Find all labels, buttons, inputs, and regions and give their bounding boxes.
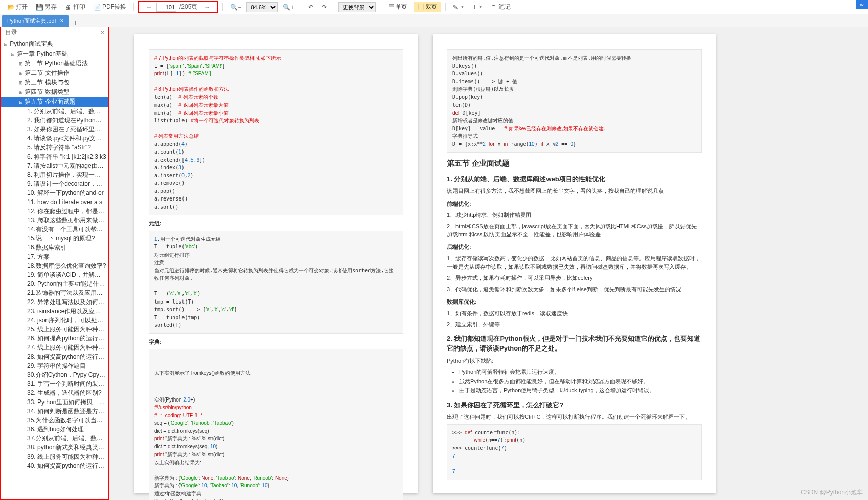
toc-item[interactable]: 18.数据库怎么优化查询效率? bbox=[1, 261, 108, 270]
list-item: 虽然Python在很多方面都性能良好，但在移动计算和浏览器方面表现不够好。 bbox=[459, 377, 702, 386]
paragraph: Python有以下缺陷: bbox=[447, 357, 702, 365]
toc-item[interactable]: 23. isinstance作用以及应用场 bbox=[1, 307, 108, 316]
toc-item[interactable]: 5. 请反转字符串 "aStr"? bbox=[1, 143, 108, 152]
toc-item[interactable]: 36. 遇到bug如何处理 bbox=[1, 425, 108, 434]
watermark: CSDN @Python小炮车 bbox=[801, 488, 863, 497]
toc-item[interactable]: 28. 如何提高python的运行效率 bbox=[1, 352, 108, 361]
toc-section[interactable]: ⊞ 第二节 文件操作 bbox=[1, 68, 108, 78]
single-page-button[interactable]: ▤ 单页 bbox=[384, 2, 412, 12]
toc-item[interactable]: 35.为什么函数名字可以当做参 bbox=[1, 416, 108, 425]
toc-item[interactable]: 2. 我们都知道现在Python很火 bbox=[1, 116, 108, 125]
code-block: 列出所有的键,值.注意得到的是一个可迭代对象,而不是列表.用的时候需要转换 D.… bbox=[447, 49, 702, 153]
rotate-left-button[interactable]: ↶ bbox=[305, 3, 316, 12]
toc-item[interactable]: 7. 请按alist中元素的age由大到 bbox=[1, 161, 108, 170]
tab-close-button[interactable]: × bbox=[60, 17, 64, 24]
toc-item[interactable]: 16.数据库索引 bbox=[1, 243, 108, 252]
separator bbox=[222, 3, 223, 11]
toc-item[interactable]: 40. 如何提高python的运行效率 bbox=[1, 461, 108, 470]
separator bbox=[301, 3, 301, 11]
zoom-in-button[interactable]: 🔍+ bbox=[280, 3, 297, 12]
toc-item[interactable]: 25. 线上服务可能因为种种原因 bbox=[1, 325, 108, 334]
toc-item[interactable]: 1. 分别从前端、后端、数据库阐 bbox=[1, 107, 108, 116]
toc-item[interactable]: 26. 如何提高python的运行效率 bbox=[1, 334, 108, 343]
question-heading: 3. 如果你困在了死循环里，怎么打破它? bbox=[447, 400, 702, 410]
main-toolbar: 📂打开 💾另存 🖨打印 📄PDF转换 ← /205页 → 🔍− 84.6% 🔍+… bbox=[0, 0, 868, 14]
toc-chapter[interactable]: ⊟ 第一章 Python基础 bbox=[1, 49, 108, 59]
next-page-button[interactable]: → bbox=[200, 4, 214, 11]
toc-item[interactable]: 13. 爬取这些数据都用来做什么 bbox=[1, 216, 108, 225]
toc-section[interactable]: ⊞ 第一节 Python基础语法 bbox=[1, 59, 108, 68]
separator bbox=[334, 3, 334, 11]
background-select[interactable]: 更换背景 bbox=[338, 2, 376, 12]
prev-page-button[interactable]: ← bbox=[142, 4, 156, 11]
toc-item[interactable]: 3. 如果你困在了死循环里，怎么 bbox=[1, 125, 108, 134]
open-button[interactable]: 📂打开 bbox=[4, 2, 31, 12]
pdf-convert-button[interactable]: 📄PDF转换 bbox=[90, 2, 129, 12]
paragraph: 2、html和CSS放在页面上部，javascript放在页面下面，因为js加载… bbox=[447, 222, 702, 239]
page-number-input[interactable] bbox=[156, 3, 176, 12]
toc-item[interactable]: 15.说一下 mysql 的原理? bbox=[1, 234, 108, 243]
toc-section[interactable]: ⊞ 第四节 数据类型 bbox=[1, 87, 108, 97]
zoom-out-button[interactable]: 🔍− bbox=[227, 3, 244, 12]
toc-item[interactable]: 24. json序列化时，可以处理的 bbox=[1, 316, 108, 325]
convert-icon: 📄 bbox=[94, 4, 101, 11]
sidebar: 目录 × ⊟ Python面试宝典 ⊟ 第一章 Python基础 ⊞ 第一节 P… bbox=[0, 27, 109, 500]
toc-item[interactable]: 14.有没有一个工具可以帮助查 bbox=[1, 225, 108, 234]
toc-item[interactable]: 19. 简单谈谈ACID，并解释每一 bbox=[1, 270, 108, 279]
print-button[interactable]: 🖨打印 bbox=[62, 2, 88, 12]
new-tab-button[interactable]: + bbox=[69, 19, 83, 27]
zoom-select[interactable]: 84.6% bbox=[246, 2, 278, 12]
toc-item[interactable]: 21.装饰器的写法以及应用场景 bbox=[1, 288, 108, 297]
code-block: 以下实例展示了 fromkeys()函数的使用方法: 实例(Python 2.0… bbox=[149, 349, 403, 500]
toc-item[interactable]: 4. 请谈谈.pyc文件和.py文件的 bbox=[1, 134, 108, 143]
page-viewport[interactable]: # 7.Python的列表的截取与字符串操作类型相同,如下所示 L = ['sp… bbox=[109, 27, 868, 500]
code-block: 1.用一个可迭代对象生成元组 T = tuple('abc') 对元组进行排序 … bbox=[149, 231, 403, 334]
main-area: 目录 × ⊟ Python面试宝典 ⊟ 第一章 Python基础 ⊞ 第一节 P… bbox=[0, 27, 868, 500]
toc-section[interactable]: ⊞ 第三节 模块与包 bbox=[1, 78, 108, 87]
toc-item[interactable]: 22. 异常处理写法以及如何主动 bbox=[1, 297, 108, 307]
toc-item[interactable]: 31. 手写一个判断时间的装饰器 bbox=[1, 379, 108, 388]
tab-bar: Python面试宝典.pdf × + bbox=[0, 14, 868, 27]
toc-item[interactable]: 11. how do I iterate over a s bbox=[1, 197, 108, 207]
code-block: >>> def counterfunc(n): while(n==7):prin… bbox=[447, 424, 702, 480]
subheading: 数据库优化: bbox=[447, 297, 702, 306]
toc-item[interactable]: 38. python新式类和经典类的区 bbox=[1, 443, 108, 452]
toc-item[interactable]: 39. 线上服务可能因为种种原因 bbox=[1, 452, 108, 461]
toc-item[interactable]: 27. 线上服务可能因为种种原因 bbox=[1, 343, 108, 352]
toc-root-node[interactable]: ⊟ Python面试宝典 bbox=[1, 39, 108, 49]
toc-item[interactable]: 33. Python里面如何拷贝一个对 bbox=[1, 397, 108, 407]
toc-item[interactable]: 9. 请设计一个decorator，它可 bbox=[1, 179, 108, 188]
toc-item[interactable]: 8. 利用切片操作，实现一个trim bbox=[1, 170, 108, 179]
rotate-right-button[interactable]: ↷ bbox=[318, 3, 330, 12]
paragraph: 该题目网上有很多方法，我不想截图网上的长串文字，看的头疼，按我自己的理解说几点 bbox=[447, 187, 702, 195]
sidebar-close-button[interactable]: × bbox=[101, 29, 104, 36]
toc-item[interactable]: 37.分别从前端、后端、数据库 bbox=[1, 434, 108, 443]
toc-item[interactable]: 20. Python的主要功能是什么? bbox=[1, 279, 108, 288]
toc-item[interactable]: 34. 如何判断是函数还是方法? bbox=[1, 407, 108, 416]
text-tool-button[interactable]: T▼ bbox=[469, 3, 485, 12]
double-page-button[interactable]: ▥ 双页 bbox=[414, 2, 441, 12]
page-right: 列出所有的键,值.注意得到的是一个可迭代对象,而不是列表.用的时候需要转换 D.… bbox=[433, 34, 716, 493]
note-button[interactable]: 🗒 笔记 bbox=[488, 2, 514, 12]
document-tab[interactable]: Python面试宝典.pdf × bbox=[2, 15, 69, 27]
list-item: 由于是动态语言，Python使用鸭子类型，即duck-typing，这会增加运行… bbox=[459, 386, 702, 395]
toc-tree[interactable]: ⊟ Python面试宝典 ⊟ 第一章 Python基础 ⊞ 第一节 Python… bbox=[1, 38, 108, 499]
save-as-button[interactable]: 💾另存 bbox=[33, 2, 60, 12]
code-block: # 7.Python的列表的截取与字符串操作类型相同,如下所示 L = ['sp… bbox=[149, 49, 403, 215]
cloud-sync-icon[interactable]: ∞ bbox=[856, 0, 868, 9]
question-heading: 2. 我们都知道现在Python很火，但是对于一门技术我们不光要知道它的优点，也… bbox=[447, 334, 702, 354]
toc-item[interactable]: 32. 生成器，迭代器的区别? bbox=[1, 388, 108, 397]
toc-section-selected[interactable]: ⊟ 第五节 企业面试题 bbox=[1, 97, 108, 107]
subheading: 后端优化: bbox=[447, 243, 702, 252]
toc-item[interactable]: 12. 你在爬虫过程中，都是怎么 bbox=[1, 207, 108, 216]
toc-item[interactable]: 29. 字符串的操作题目 bbox=[1, 361, 108, 370]
paragraph: 出现了这种问题时，我们可以按Ctrl+C，这样可以打断执行程序。我们创建一个死循… bbox=[447, 413, 702, 421]
highlight-button[interactable]: ✎▼ bbox=[450, 3, 468, 12]
toc-item[interactable]: 6. 将字符串 "k:1 |k1:2|k2:3|k3 bbox=[1, 152, 108, 161]
toc-item[interactable]: 30.介绍Cython，Pypy Cpython bbox=[1, 370, 108, 379]
tab-title: Python面试宝典.pdf bbox=[7, 17, 56, 25]
toc-item[interactable]: 17. 方案 bbox=[1, 252, 108, 261]
toc-item[interactable]: 10. 解释一下python的and-or bbox=[1, 188, 108, 197]
subheading: 前端优化: bbox=[447, 199, 702, 208]
separator bbox=[445, 3, 446, 11]
